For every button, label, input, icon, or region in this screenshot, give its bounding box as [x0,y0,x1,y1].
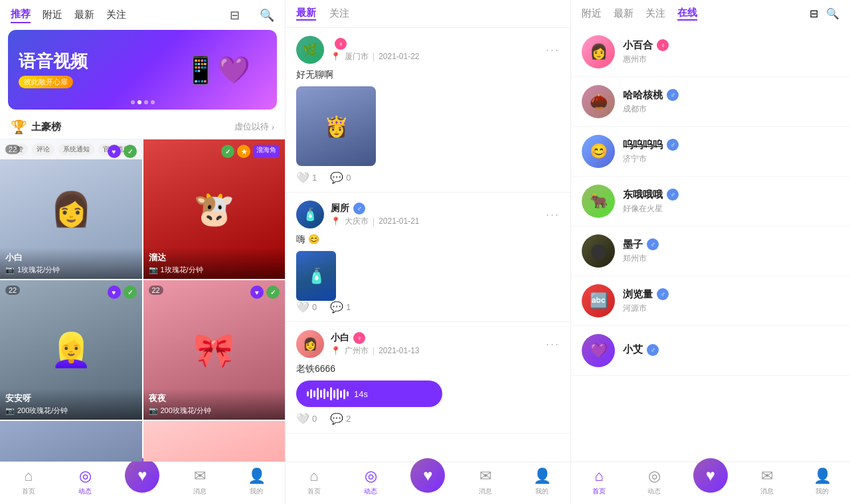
user-name-5: 墨子 ♂ [623,238,839,251]
user-info-5: 墨子 ♂ 郑州市 [623,238,839,264]
user-loc-4: 好像在火星 [623,203,839,214]
voice-bar[interactable]: 14s [296,380,442,407]
user-item-7[interactable]: 💜 小艾 ♂ [571,326,850,376]
right-panel: 附近 最新 关注 在线 ⊟ 🔍 👩 小百合 ♀ 惠州市 🌰 [571,0,850,504]
feed-label-right: 动态 [647,487,661,496]
mid-nav-feed[interactable]: ◎ 动态 [354,467,387,496]
grid-item-1[interactable]: 👩 点赞 评论 系统通知 官方消息 小白 📷 1玫瑰花/分钟 22 ♥ ✓ [0,139,142,279]
search-icon[interactable]: 🔍 [260,8,274,23]
message-icon-mid: ✉ [479,467,491,485]
left-nav-message[interactable]: ✉ 消息 [183,467,216,496]
nav-nearby[interactable]: 附近 [42,7,62,23]
right-nav-online[interactable]: 在线 [677,7,697,21]
wave-bar-3 [313,390,315,397]
right-nav-nearby[interactable]: 附近 [582,7,602,20]
mid-nav-latest[interactable]: 最新 [296,7,316,21]
comment-icon-3: 💬 [330,412,343,425]
user-item-6[interactable]: 🔤 浏览量 ♂ 河源市 [571,276,850,326]
feed-more-1[interactable]: ··· [546,43,560,57]
heart-icon-2: 🤍 [296,301,309,313]
sep-2: | [373,216,375,226]
ranking-bar: 🏆 土豪榜 虚位以待 › [0,115,285,139]
filter-icon[interactable]: ⊟ [230,8,240,23]
feed-user-info-2: 厕所 ♂ 📍 大庆市 | 2021-01-21 [331,203,539,227]
grid-item-4[interactable]: 🎀 夜夜 📷 200玫瑰花/分钟 22 ♥ ✓ [143,280,286,420]
left-nav-home[interactable]: ⌂ 首页 [12,467,45,496]
wave-bar-4 [317,388,319,400]
filter-icon-right[interactable]: ⊟ [809,7,818,20]
feed-more-2[interactable]: ··· [546,208,560,222]
grid-overlay-2: 溜达 📷 1玫瑰花/分钟 [143,248,286,279]
nav-latest[interactable]: 最新 [74,7,94,23]
grid-item-3[interactable]: 👱‍♀️ 安安呀 📷 200玫瑰花/分钟 22 ♥ ✓ [0,280,142,420]
right-nav-follow[interactable]: 关注 [645,7,665,20]
mid-nav-match[interactable]: ♥ [410,458,445,493]
feed-date-2: 2021-01-21 [379,216,419,226]
nav-recommend[interactable]: 推荐 [11,7,31,23]
banner[interactable]: 语音视频 彼此敞开心扉 📱💜 [8,30,277,110]
user-name-4: 东哦哦哦 ♂ [623,189,839,201]
feed-avatar-2[interactable]: 🧴 [296,201,324,228]
user-loc-6: 河源市 [623,303,839,314]
feed-list: 🌿 ♀ 📍 厦门市 | 2021-01-22 ··· 好无聊啊 [286,28,570,462]
wave-bar-13 [347,391,349,396]
feed-avatar-3[interactable]: 👩 [296,330,324,358]
grid-username-2: 溜达 [149,252,280,264]
right-nav-feed[interactable]: ◎ 动态 [638,467,671,496]
user-item-2[interactable]: 🌰 哈哈核桃 ♂ 成都市 [571,77,850,127]
right-nav-match[interactable]: ♥ [693,458,728,493]
grid-badges-4: ♥ ✓ [250,286,280,299]
mid-nav-follow[interactable]: 关注 [329,7,349,20]
feed-meta-1: 📍 厦门市 | 2021-01-22 [331,51,539,62]
left-nav-match[interactable]: ♥ [125,458,159,493]
feed-username-3: 小白 ♀ [331,332,539,344]
user-item-3[interactable]: 😊 呜呜呜呜 ♂ 济宁市 [571,127,850,177]
grid-img-5: 🌿 [0,421,142,462]
home-icon-right: ⌂ [594,467,603,485]
badge-green-2: ✓ [221,145,234,158]
feed-comment-3[interactable]: 💬 2 [330,412,351,425]
right-nav-profile[interactable]: 👤 我的 [806,467,839,496]
location-pin-1: 📍 [331,52,341,61]
mid-nav-home[interactable]: ⌂ 首页 [298,467,331,496]
wave-bar-9 [333,390,335,398]
feed-like-2[interactable]: 🤍 0 [296,301,317,313]
feed-like-1[interactable]: 🤍 1 [296,171,317,184]
left-nav-profile[interactable]: 👤 我的 [240,467,273,496]
right-nav-home[interactable]: ⌂ 首页 [582,467,616,496]
grid-item-6[interactable]: 🌸 [143,421,286,462]
grid-item-5[interactable]: 🌿 [0,421,142,462]
feed-like-3[interactable]: 🤍 0 [296,412,317,425]
feed-meta-3: 📍 广州市 | 2021-01-13 [331,345,539,357]
grid-item-2[interactable]: 🐮 溜达 📷 1玫瑰花/分钟 ✓ ★ 溜海角 [143,139,286,279]
feed-header-2: 🧴 厕所 ♂ 📍 大庆市 | 2021-01-21 ··· [296,201,560,228]
mid-nav-profile[interactable]: 👤 我的 [525,467,558,496]
feed-icon: ◎ [79,467,92,485]
ranking-more[interactable]: 虚位以待 › [234,121,274,133]
right-nav-latest[interactable]: 最新 [614,7,634,20]
grid-overlay-3: 安安呀 📷 200玫瑰花/分钟 [0,388,142,420]
user-name-text-6: 浏览量 [623,288,653,301]
user-item-1[interactable]: 👩 小百合 ♀ 惠州市 [571,27,850,77]
nav-follow[interactable]: 关注 [106,7,126,23]
match-icon-mid: ♥ [423,466,432,485]
search-icon-right[interactable]: 🔍 [826,7,839,20]
feed-icon-right: ◎ [648,467,661,485]
user-gender-3: ♂ [667,139,679,151]
user-item-4[interactable]: 🐂 东哦哦哦 ♂ 好像在火星 [571,177,850,226]
right-nav-message[interactable]: ✉ 消息 [750,467,784,496]
banner-dot-2[interactable] [137,100,141,104]
user-loc-2: 成都市 [623,104,839,115]
user-item-5[interactable]: ⬤ 墨子 ♂ 郑州市 [571,226,850,276]
feed-avatar-1[interactable]: 🌿 [296,36,324,64]
feed-comment-2[interactable]: 💬 1 [330,301,351,313]
feed-more-3[interactable]: ··· [546,337,560,351]
mid-nav-message[interactable]: ✉ 消息 [469,467,502,496]
user-avatar-img-3: 😊 [582,135,615,168]
wave-bar-2 [310,389,312,398]
badge-num-1: 22 [5,145,20,154]
location-pin-3: 📍 [331,346,341,355]
left-nav-feed[interactable]: ◎ 动态 [68,467,102,496]
wave-bar-8 [330,387,332,400]
feed-comment-1[interactable]: 💬 0 [330,171,351,184]
